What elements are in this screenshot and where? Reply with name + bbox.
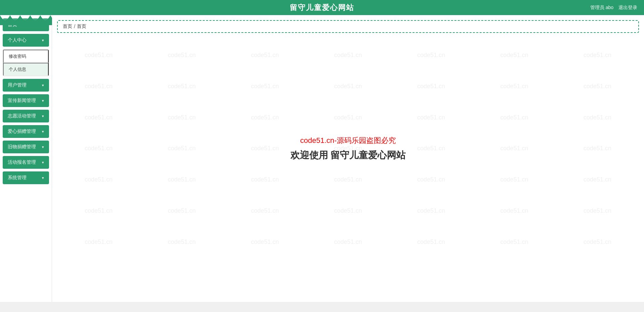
watermark-item: code51.cn xyxy=(556,133,639,164)
personal-center-submenu: 修改密码 个人信息 xyxy=(3,49,49,76)
welcome-text: 欢迎使用 留守儿童爱心网站 xyxy=(290,149,406,162)
chevron-down-icon: ▾ xyxy=(42,114,44,118)
watermark-item: code51.cn xyxy=(307,164,390,195)
watermark-item: code51.cn xyxy=(140,164,224,195)
watermark-item: code51.cn xyxy=(140,195,224,226)
watermark-item: code51.cn xyxy=(389,164,473,195)
watermark-item: code51.cn xyxy=(140,102,224,133)
watermark-item: code51.cn xyxy=(556,195,639,226)
chevron-down-icon: ▾ xyxy=(42,145,44,149)
watermark-item: code51.cn xyxy=(140,133,224,164)
watermark-item: code51.cn xyxy=(140,226,224,258)
sidebar-item-old-goods-donation[interactable]: 旧物捐赠管理 ▾ xyxy=(3,141,49,153)
watermark-item: code51.cn xyxy=(473,164,556,195)
watermark-item: code51.cn xyxy=(556,40,639,71)
sidebar-item-change-password[interactable]: 修改密码 xyxy=(3,50,49,63)
watermark-item: code51.cn xyxy=(556,102,639,133)
chevron-down-icon: ▾ xyxy=(42,83,44,88)
chevron-down-icon: ▾ xyxy=(42,176,44,180)
watermark-item: code51.cn xyxy=(307,226,390,258)
sidebar-item-user-management[interactable]: 用户管理 ▾ xyxy=(3,79,49,92)
breadcrumb: 首页 / 首页 xyxy=(57,20,639,33)
breadcrumb-home2: 首页 xyxy=(77,23,86,30)
watermark-item: code51.cn xyxy=(389,40,473,71)
watermark-item: code51.cn xyxy=(307,102,390,133)
watermark-item: code51.cn xyxy=(307,40,390,71)
watermark-item: code51.cn xyxy=(473,226,556,258)
watermark-item: code51.cn xyxy=(57,133,140,164)
watermark-item: code51.cn xyxy=(473,40,556,71)
watermark-item: code51.cn xyxy=(57,102,140,133)
watermark-item: code51.cn xyxy=(57,164,140,195)
content-area: code51.cncode51.cncode51.cncode51.cncode… xyxy=(57,40,639,258)
site-title: 留守儿童爱心网站 xyxy=(290,3,354,13)
watermark-item: code51.cn xyxy=(57,40,140,71)
sidebar: 首页 个人中心 ▾ 修改密码 个人信息 用户管理 ▾ 宣传新闻管理 ▾ 志愿活动… xyxy=(0,15,52,302)
center-content: code51.cn-源码乐园盗图必究 欢迎使用 留守儿童爱心网站 xyxy=(290,136,406,162)
main-layout: 首页 个人中心 ▾ 修改密码 个人信息 用户管理 ▾ 宣传新闻管理 ▾ 志愿活动… xyxy=(0,15,644,302)
watermark-item: code51.cn xyxy=(389,71,473,102)
watermark-item: code51.cn xyxy=(57,195,140,226)
chevron-down-icon: ▾ xyxy=(42,160,44,165)
chevron-down-icon: ▾ xyxy=(42,99,44,103)
watermark-item: code51.cn xyxy=(307,195,390,226)
logout-link[interactable]: 退出登录 xyxy=(618,5,637,11)
watermark-item: code51.cn xyxy=(223,40,307,71)
watermark-item: code51.cn xyxy=(57,226,140,258)
header-user-area: 管理员 abo 退出登录 xyxy=(590,5,637,11)
sidebar-item-personal-center[interactable]: 个人中心 ▾ xyxy=(3,34,49,47)
watermark-item: code51.cn xyxy=(473,133,556,164)
sidebar-item-personal-info[interactable]: 个人信息 xyxy=(3,63,49,76)
watermark-item: code51.cn xyxy=(389,102,473,133)
breadcrumb-sep: / xyxy=(74,23,75,30)
watermark-item: code51.cn xyxy=(473,71,556,102)
watermark-item: code51.cn xyxy=(223,226,307,258)
watermark-item: code51.cn xyxy=(307,71,390,102)
watermark-item: code51.cn xyxy=(389,226,473,258)
watermark-item: code51.cn xyxy=(556,71,639,102)
watermark-item: code51.cn xyxy=(556,226,639,258)
chevron-down-icon: ▾ xyxy=(42,129,44,134)
sidebar-item-activity-signup[interactable]: 活动报名管理 ▾ xyxy=(3,156,49,169)
sidebar-item-love-donation[interactable]: 爱心捐赠管理 ▾ xyxy=(3,125,49,138)
chevron-down-icon: ▾ xyxy=(42,38,44,43)
main-content: 首页 / 首页 code51.cncode51.cncode51.cncode5… xyxy=(52,15,644,302)
sidebar-item-volunteer-management[interactable]: 志愿活动管理 ▾ xyxy=(3,110,49,122)
sidebar-item-news-management[interactable]: 宣传新闻管理 ▾ xyxy=(3,94,49,107)
admin-label: 管理员 abo xyxy=(590,5,613,11)
watermark-item: code51.cn xyxy=(140,40,224,71)
watermark-item: code51.cn xyxy=(223,195,307,226)
watermark-item: code51.cn xyxy=(473,195,556,226)
watermark-item: code51.cn xyxy=(389,195,473,226)
watermark-item: code51.cn xyxy=(223,71,307,102)
breadcrumb-home1: 首页 xyxy=(63,23,72,30)
watermark-item: code51.cn xyxy=(140,71,224,102)
header: 留守儿童爱心网站 管理员 abo 退出登录 xyxy=(0,0,644,15)
watermark-item: code51.cn xyxy=(556,164,639,195)
watermark-item: code51.cn xyxy=(473,102,556,133)
copyright-text: code51.cn-源码乐园盗图必究 xyxy=(290,136,406,146)
watermark-item: code51.cn xyxy=(223,164,307,195)
sidebar-item-system-management[interactable]: 系统管理 ▾ xyxy=(3,171,49,184)
watermark-item: code51.cn xyxy=(57,71,140,102)
watermark-item: code51.cn xyxy=(223,102,307,133)
